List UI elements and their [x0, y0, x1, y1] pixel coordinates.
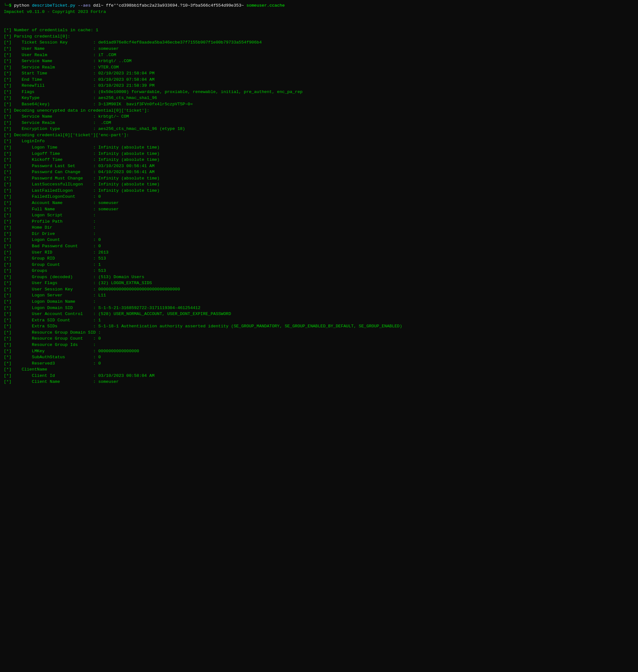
line-last-fail-logon: [*] LastFailedILogon : Infinity (absolut… — [4, 188, 160, 193]
line-decode-unencrypted: [*] Decoding unencrypted data in credent… — [4, 108, 149, 113]
prompt-flag: --aes — [78, 3, 91, 8]
line-client-name: [*] Client Name : someuser — [4, 379, 119, 384]
line-decode-encpart: [*] Decoding credential[0]['ticket']['en… — [4, 133, 129, 137]
line-dir-drive: [*] Dir Drive : — [4, 231, 96, 236]
line-enc-type: [*] Encryption type : aes256_cts_hmac_sh… — [4, 127, 185, 131]
line-base64key: [*] Base64(key) : 3~‌‌13‌M90IK‌ ‌‌bavif3… — [4, 102, 193, 106]
line-keytype: [*] KeyType : aes256_cts_hmac_sha1_96 — [4, 96, 157, 100]
line-svc-name2: [*] Service Name : krbtgt/‌‌‌‌~ COM — [4, 114, 129, 119]
prompt-prefix: └─ — [4, 3, 9, 8]
line-groups: [*] Groups : 513 — [4, 268, 106, 273]
line-session-key: [*] Ticket Session Key : de61ad976e8cf4e… — [4, 40, 262, 45]
line-pwd-can-change: [*] Password Can Change : 04/10/2023 00:… — [4, 170, 154, 175]
line-extra-sid-count: [*] Extra SID Count : 1 — [4, 318, 101, 323]
line-logon-script: [*] Logon Script : — [4, 213, 96, 217]
line-group-count: [*] Group Count : 1 — [4, 262, 101, 267]
line-logoff-time: [*] Logoff Time : Infinity (absolute tim… — [4, 151, 160, 156]
prompt-line: └─$ python describeTicket.py --aes d‌dl~… — [4, 3, 285, 8]
line-clientname: [*] ClientName — [4, 367, 47, 372]
line-logininfo: [*] LoginInfo — [4, 139, 45, 144]
copyright-line: Impacket v0.11.0 - Copyright 2023 Fortra — [4, 10, 106, 14]
line-user-flags: [*] User Flags : (32) LOGON_EXTRA_SIDS — [4, 281, 152, 285]
line-group-rid: [*] Group RID : 513 — [4, 256, 106, 261]
line-acct-name: [*] Account Name : someuser — [4, 200, 119, 205]
line-lmkey: [*] LMKey : 0000000000000000 — [4, 349, 139, 354]
line-failed-count: [*] FailedILogonCount : 0 — [4, 194, 101, 199]
prompt-script: describeTicket.py — [32, 3, 75, 8]
line-rg-ids: [*] Resource Group Ids : — [4, 342, 96, 347]
line-uac: [*] User Account Control : (528) USER_NO… — [4, 312, 231, 316]
line-renewtill: [*] RenewTill : 03/10/2023 21:58:39 PM — [4, 83, 154, 88]
prompt-dollar: $ — [9, 3, 11, 8]
line-full-name: [*] Full Name : someuser — [4, 207, 119, 212]
line-reserved3: [*] Reserved3 : 0 — [4, 361, 101, 366]
line-user-rid: [*] User RID : 2613 — [4, 250, 108, 255]
line-user-realm: [*] User Realm : i‌T‌ ‌.COM — [4, 53, 116, 58]
prompt-args: d‌dl~ ffe°°cd398bb1fab‌‌c2a23a933694.‌?1… — [93, 3, 244, 8]
line-subauth-status: [*] SubAuthStatus : 0 — [4, 355, 101, 360]
line-groups-decoded: [*] Groups (decoded) : (513) Domain User… — [4, 275, 145, 279]
line-user-name: [*] User Name : someuser — [4, 46, 119, 51]
line-service-realm: [*] Service Realm : V‌TER.COM — [4, 65, 119, 70]
line-pwd-last-set: [*] Password Last Set : 03/10/2023 00:56… — [4, 164, 154, 168]
line-parsing: [*] Parsing credential[0]: — [4, 34, 70, 39]
line-user-session-key: [*] User Session Key : 00000000000000000… — [4, 287, 180, 292]
line-rg-count: [*] Resource Group Count : 0 — [4, 336, 101, 341]
line-pwd-must-change: [*] Password Must Change : Infinity (abs… — [4, 176, 160, 181]
line-end-time: [*] End Time : 03/10/2023 07:58:04 AM — [4, 77, 154, 82]
line-num-creds: [*] Number of credentials in cache: 1 — [4, 28, 98, 32]
line-extra-sids: [*] Extra SIDs : S-1-18-1 Authentication… — [4, 324, 402, 329]
line-flags: [*] Flags : (0x50e10000) forwardable, pr… — [4, 89, 303, 94]
line-last-succ-logon: [*] LastSuccessfulILogon : Infinity (abs… — [4, 182, 160, 187]
line-rg-domain-sid: [*] Resource Group Domain SID : — [4, 330, 101, 335]
prompt-file: someuser.ccache — [247, 3, 285, 8]
line-logon-count: [*] Logon Count : 0 — [4, 237, 101, 242]
line-client-id: [*] Client Id : 03/10/2023 00:58:04 AM — [4, 373, 154, 378]
prompt-python: python — [14, 3, 29, 8]
line-profile-path: [*] Profile Path : — [4, 219, 96, 224]
line-service-name: [*] Service Name : krbtgt/‌‌‌ ‌..COM — [4, 59, 132, 63]
line-logon-domain-name: [*] Logon Domain Name : ‌‌‌‌‌ — [4, 299, 98, 304]
line-bad-pwd-count: [*] Bad Password Count : 0 — [4, 244, 101, 248]
terminal-output: └─$ python describeTicket.py --aes d‌dl~… — [4, 2, 634, 385]
line-logon-domain-sid: [*] Logon Domain SID : S-1-5-21-31685927… — [4, 306, 200, 310]
line-home-dir: [*] Home Dir : — [4, 225, 96, 230]
line-logon-server: [*] Logon Server : L‌‌‌‌1‌1‌ — [4, 293, 106, 298]
line-kickoff-time: [*] Kickoff Time : Infinity (absolute ti… — [4, 157, 160, 162]
line-start-time: [*] Start Time : 02/10/2023 21:58:04 PM — [4, 71, 154, 76]
line-logon-time: [*] Logon Time : Infinity (absolute time… — [4, 145, 160, 150]
line-svc-realm2: [*] Service Realm : ‌‌‌ .COM — [4, 120, 111, 125]
